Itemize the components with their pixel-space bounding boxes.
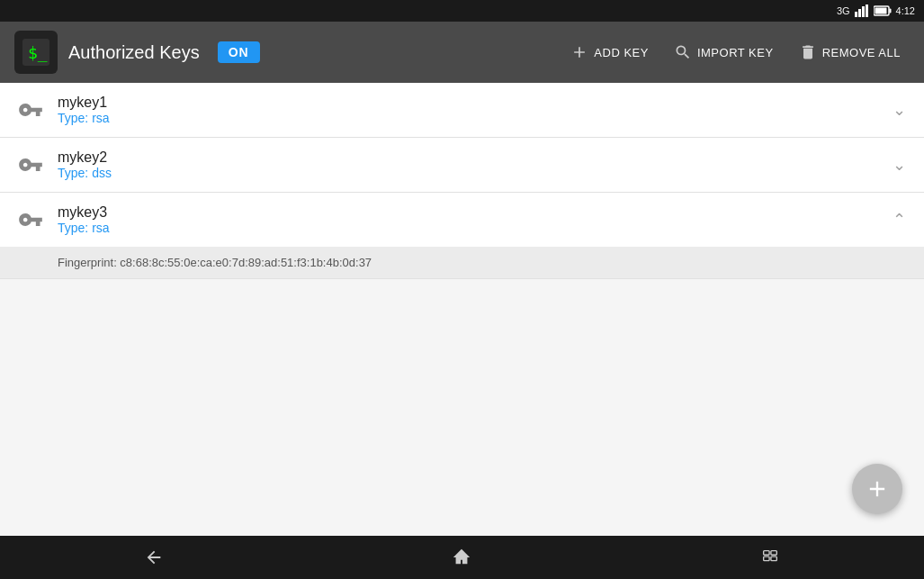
key-info-1: mykey1 Type: rsa	[58, 95, 888, 125]
key-svg-3	[18, 207, 43, 232]
svg-text:$_: $_	[28, 43, 48, 62]
status-bar: 3G 4:12	[0, 0, 924, 22]
back-icon	[144, 547, 164, 567]
remove-all-button[interactable]: REMOVE ALL	[790, 36, 910, 68]
key-icon-2	[14, 149, 47, 181]
add-key-label: ADD KEY	[594, 46, 649, 59]
trash-icon	[799, 43, 817, 61]
signal-icon: 3G	[837, 5, 850, 16]
add-key-button[interactable]: ADD KEY	[561, 36, 658, 68]
svg-rect-1	[858, 9, 861, 17]
svg-rect-9	[763, 551, 768, 556]
main-content: mykey1 Type: rsa ⌄ mykey2 Type: dss ⌄	[0, 83, 924, 536]
key-item-header-mykey1[interactable]: mykey1 Type: rsa ⌄	[0, 83, 924, 137]
chevron-down-icon-1: ⌄	[888, 100, 910, 120]
recents-button[interactable]	[739, 540, 802, 574]
svg-rect-2	[862, 6, 865, 17]
key-type-2: Type: dss	[58, 166, 888, 180]
svg-rect-11	[763, 556, 768, 561]
app-bar-actions: ADD KEY IMPORT KEY REMOVE ALL	[561, 36, 910, 68]
key-item-header-mykey2[interactable]: mykey2 Type: dss ⌄	[0, 138, 924, 192]
svg-rect-10	[771, 551, 776, 556]
key-name-3: mykey3	[58, 204, 888, 221]
import-key-label: IMPORT KEY	[697, 46, 774, 59]
key-icon-1	[14, 94, 47, 126]
key-svg-2	[18, 152, 43, 177]
key-icon-3	[14, 204, 47, 236]
back-button[interactable]	[122, 540, 185, 574]
fab-add-button[interactable]	[852, 464, 902, 514]
battery-icon	[874, 5, 892, 16]
svg-rect-12	[771, 556, 776, 561]
key-item-mykey1: mykey1 Type: rsa ⌄	[0, 83, 924, 138]
svg-rect-6	[875, 8, 886, 14]
app-logo: $_	[14, 31, 58, 74]
search-icon	[674, 43, 692, 61]
key-fingerprint-3: Fingerprint: c8:68:8c:55:0e:ca:e0:7d:89:…	[0, 247, 924, 278]
home-button[interactable]	[430, 540, 493, 574]
svg-rect-3	[866, 5, 868, 17]
chevron-down-icon-2: ⌄	[888, 155, 910, 175]
import-key-button[interactable]: IMPORT KEY	[665, 36, 783, 68]
nav-bar	[0, 536, 924, 579]
key-item-header-mykey3[interactable]: mykey3 Type: rsa ⌃	[0, 193, 924, 247]
key-info-2: mykey2 Type: dss	[58, 149, 888, 180]
remove-all-label: REMOVE ALL	[822, 46, 901, 59]
signal-bars-icon	[855, 5, 869, 17]
key-item-mykey2: mykey2 Type: dss ⌄	[0, 138, 924, 193]
toggle-switch[interactable]: ON	[218, 41, 260, 63]
chevron-up-icon-3: ⌃	[888, 210, 910, 230]
svg-rect-5	[889, 9, 891, 14]
key-type-1: Type: rsa	[58, 111, 888, 125]
status-bar-right: 3G 4:12	[837, 5, 915, 17]
app-title: Authorized Keys	[68, 42, 200, 63]
key-name-1: mykey1	[58, 95, 888, 111]
svg-rect-0	[855, 12, 857, 17]
app-bar: $_ Authorized Keys ON ADD KEY IMPORT KEY…	[0, 22, 924, 83]
fab-plus-icon	[865, 476, 890, 502]
clock: 4:12	[896, 5, 915, 16]
plus-icon	[570, 43, 588, 61]
key-name-2: mykey2	[58, 149, 888, 166]
key-info-3: mykey3 Type: rsa	[58, 204, 888, 235]
toggle-container[interactable]: ON	[218, 41, 260, 63]
recents-icon	[760, 547, 780, 567]
key-svg-1	[18, 97, 43, 122]
terminal-icon: $_	[22, 39, 49, 66]
key-type-3: Type: rsa	[58, 221, 888, 235]
home-icon	[452, 547, 471, 567]
key-item-mykey3: mykey3 Type: rsa ⌃ Fingerprint: c8:68:8c…	[0, 193, 924, 279]
